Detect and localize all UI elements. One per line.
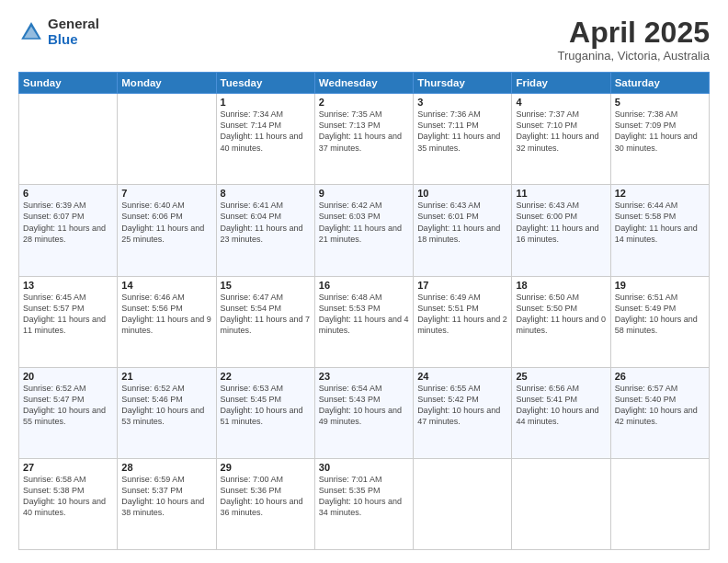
location: Truganina, Victoria, Australia xyxy=(558,49,710,63)
col-monday: Monday xyxy=(118,73,216,94)
table-cell: 14Sunrise: 6:46 AM Sunset: 5:56 PM Dayli… xyxy=(118,276,216,367)
table-cell: 26Sunrise: 6:57 AM Sunset: 5:40 PM Dayli… xyxy=(610,367,709,458)
day-number: 24 xyxy=(417,371,507,382)
day-info: Sunrise: 7:34 AM Sunset: 7:14 PM Dayligh… xyxy=(221,109,311,154)
col-sunday: Sunday xyxy=(19,73,118,94)
day-info: Sunrise: 7:38 AM Sunset: 7:09 PM Dayligh… xyxy=(615,109,705,154)
day-number: 13 xyxy=(23,280,113,291)
table-cell: 12Sunrise: 6:44 AM Sunset: 5:58 PM Dayli… xyxy=(610,185,709,276)
day-info: Sunrise: 6:42 AM Sunset: 6:03 PM Dayligh… xyxy=(319,200,409,245)
table-cell: 29Sunrise: 7:00 AM Sunset: 5:36 PM Dayli… xyxy=(216,458,314,549)
table-cell: 9Sunrise: 6:42 AM Sunset: 6:03 PM Daylig… xyxy=(314,185,413,276)
table-cell: 15Sunrise: 6:47 AM Sunset: 5:54 PM Dayli… xyxy=(216,276,314,367)
day-number: 21 xyxy=(121,371,211,382)
day-info: Sunrise: 6:59 AM Sunset: 5:37 PM Dayligh… xyxy=(121,474,211,519)
day-number: 26 xyxy=(615,371,705,382)
table-cell: 3Sunrise: 7:36 AM Sunset: 7:11 PM Daylig… xyxy=(414,94,512,185)
table-cell xyxy=(512,458,610,549)
day-info: Sunrise: 7:01 AM Sunset: 5:35 PM Dayligh… xyxy=(319,474,409,519)
table-cell: 19Sunrise: 6:51 AM Sunset: 5:49 PM Dayli… xyxy=(610,276,709,367)
day-number: 20 xyxy=(23,371,113,382)
calendar-header-row: Sunday Monday Tuesday Wednesday Thursday… xyxy=(19,73,710,94)
week-row-2: 6Sunrise: 6:39 AM Sunset: 6:07 PM Daylig… xyxy=(19,185,710,276)
week-row-5: 27Sunrise: 6:58 AM Sunset: 5:38 PM Dayli… xyxy=(19,458,710,549)
day-info: Sunrise: 6:55 AM Sunset: 5:42 PM Dayligh… xyxy=(417,383,507,428)
day-info: Sunrise: 6:57 AM Sunset: 5:40 PM Dayligh… xyxy=(615,383,705,428)
table-cell xyxy=(118,94,216,185)
day-number: 3 xyxy=(417,97,507,108)
day-info: Sunrise: 7:00 AM Sunset: 5:36 PM Dayligh… xyxy=(221,474,311,519)
day-number: 1 xyxy=(221,97,311,108)
day-info: Sunrise: 6:43 AM Sunset: 6:01 PM Dayligh… xyxy=(417,200,507,245)
day-info: Sunrise: 6:54 AM Sunset: 5:43 PM Dayligh… xyxy=(319,383,409,428)
table-cell: 27Sunrise: 6:58 AM Sunset: 5:38 PM Dayli… xyxy=(19,458,118,549)
table-cell: 5Sunrise: 7:38 AM Sunset: 7:09 PM Daylig… xyxy=(610,94,709,185)
week-row-1: 1Sunrise: 7:34 AM Sunset: 7:14 PM Daylig… xyxy=(19,94,710,185)
table-cell: 11Sunrise: 6:43 AM Sunset: 6:00 PM Dayli… xyxy=(512,185,610,276)
day-number: 17 xyxy=(417,280,507,291)
day-info: Sunrise: 6:51 AM Sunset: 5:49 PM Dayligh… xyxy=(615,292,705,337)
day-number: 4 xyxy=(516,97,606,108)
day-info: Sunrise: 6:52 AM Sunset: 5:46 PM Dayligh… xyxy=(121,383,211,428)
day-number: 10 xyxy=(417,188,507,199)
day-number: 14 xyxy=(121,280,211,291)
table-cell: 7Sunrise: 6:40 AM Sunset: 6:06 PM Daylig… xyxy=(118,185,216,276)
day-number: 18 xyxy=(516,280,606,291)
week-row-3: 13Sunrise: 6:45 AM Sunset: 5:57 PM Dayli… xyxy=(19,276,710,367)
table-cell: 28Sunrise: 6:59 AM Sunset: 5:37 PM Dayli… xyxy=(118,458,216,549)
day-info: Sunrise: 7:35 AM Sunset: 7:13 PM Dayligh… xyxy=(319,109,409,154)
table-cell: 21Sunrise: 6:52 AM Sunset: 5:46 PM Dayli… xyxy=(118,367,216,458)
logo-blue: Blue xyxy=(48,32,99,48)
table-cell: 4Sunrise: 7:37 AM Sunset: 7:10 PM Daylig… xyxy=(512,94,610,185)
day-number: 29 xyxy=(221,462,311,473)
table-cell: 24Sunrise: 6:55 AM Sunset: 5:42 PM Dayli… xyxy=(414,367,512,458)
logo-icon xyxy=(18,19,44,45)
day-number: 25 xyxy=(516,371,606,382)
table-cell: 17Sunrise: 6:49 AM Sunset: 5:51 PM Dayli… xyxy=(414,276,512,367)
day-info: Sunrise: 6:49 AM Sunset: 5:51 PM Dayligh… xyxy=(417,292,507,337)
col-friday: Friday xyxy=(512,73,610,94)
day-number: 19 xyxy=(615,280,705,291)
table-cell: 20Sunrise: 6:52 AM Sunset: 5:47 PM Dayli… xyxy=(19,367,118,458)
day-info: Sunrise: 7:37 AM Sunset: 7:10 PM Dayligh… xyxy=(516,109,606,154)
table-cell: 22Sunrise: 6:53 AM Sunset: 5:45 PM Dayli… xyxy=(216,367,314,458)
day-info: Sunrise: 6:41 AM Sunset: 6:04 PM Dayligh… xyxy=(221,200,311,245)
day-number: 27 xyxy=(23,462,113,473)
day-info: Sunrise: 6:52 AM Sunset: 5:47 PM Dayligh… xyxy=(23,383,113,428)
day-info: Sunrise: 6:43 AM Sunset: 6:00 PM Dayligh… xyxy=(516,200,606,245)
table-cell: 6Sunrise: 6:39 AM Sunset: 6:07 PM Daylig… xyxy=(19,185,118,276)
day-number: 7 xyxy=(121,188,211,199)
day-number: 5 xyxy=(615,97,705,108)
day-number: 8 xyxy=(221,188,311,199)
calendar-table: Sunday Monday Tuesday Wednesday Thursday… xyxy=(18,72,710,550)
table-cell: 13Sunrise: 6:45 AM Sunset: 5:57 PM Dayli… xyxy=(19,276,118,367)
day-info: Sunrise: 6:47 AM Sunset: 5:54 PM Dayligh… xyxy=(221,292,311,337)
day-number: 16 xyxy=(319,280,409,291)
day-number: 2 xyxy=(319,97,409,108)
day-number: 11 xyxy=(516,188,606,199)
col-tuesday: Tuesday xyxy=(216,73,314,94)
day-number: 15 xyxy=(221,280,311,291)
table-cell: 2Sunrise: 7:35 AM Sunset: 7:13 PM Daylig… xyxy=(314,94,413,185)
table-cell: 25Sunrise: 6:56 AM Sunset: 5:41 PM Dayli… xyxy=(512,367,610,458)
day-info: Sunrise: 6:58 AM Sunset: 5:38 PM Dayligh… xyxy=(23,474,113,519)
day-number: 23 xyxy=(319,371,409,382)
day-number: 12 xyxy=(615,188,705,199)
table-cell: 18Sunrise: 6:50 AM Sunset: 5:50 PM Dayli… xyxy=(512,276,610,367)
col-thursday: Thursday xyxy=(414,73,512,94)
day-info: Sunrise: 6:45 AM Sunset: 5:57 PM Dayligh… xyxy=(23,292,113,337)
day-info: Sunrise: 7:36 AM Sunset: 7:11 PM Dayligh… xyxy=(417,109,507,154)
page: General Blue April 2025 Truganina, Victo… xyxy=(0,0,728,563)
table-cell xyxy=(19,94,118,185)
logo-text: General Blue xyxy=(48,17,99,47)
table-cell: 8Sunrise: 6:41 AM Sunset: 6:04 PM Daylig… xyxy=(216,185,314,276)
col-wednesday: Wednesday xyxy=(314,73,413,94)
header: General Blue April 2025 Truganina, Victo… xyxy=(18,17,710,63)
table-cell xyxy=(610,458,709,549)
day-number: 30 xyxy=(319,462,409,473)
table-cell: 30Sunrise: 7:01 AM Sunset: 5:35 PM Dayli… xyxy=(314,458,413,549)
month-title: April 2025 xyxy=(558,17,710,49)
day-number: 28 xyxy=(121,462,211,473)
day-info: Sunrise: 6:50 AM Sunset: 5:50 PM Dayligh… xyxy=(516,292,606,337)
table-cell: 16Sunrise: 6:48 AM Sunset: 5:53 PM Dayli… xyxy=(314,276,413,367)
